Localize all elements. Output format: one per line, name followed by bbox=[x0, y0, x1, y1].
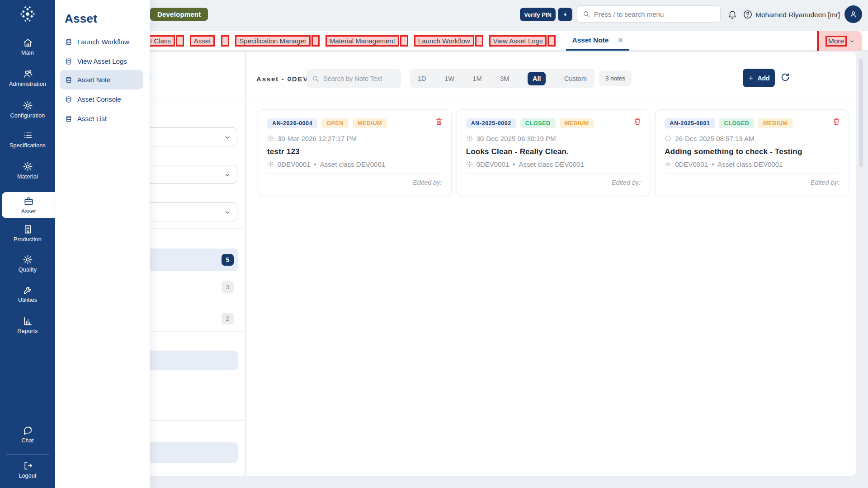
tab-label[interactable]: Launch Workflow bbox=[414, 35, 474, 47]
help-icon[interactable] bbox=[743, 9, 753, 19]
note-search[interactable] bbox=[307, 69, 401, 88]
delete-note-button[interactable] bbox=[633, 117, 642, 126]
filter-1d[interactable]: 1D bbox=[418, 75, 426, 82]
delete-note-button[interactable] bbox=[435, 117, 443, 126]
gear-icon bbox=[23, 161, 33, 172]
edited-by-label: Edited by: bbox=[267, 179, 442, 186]
notifications-bell-icon[interactable] bbox=[727, 9, 737, 19]
sidebar-item-specifications[interactable]: Specifications bbox=[0, 130, 55, 149]
global-search[interactable] bbox=[577, 5, 721, 23]
menu-item-label: Asset Note bbox=[77, 76, 110, 84]
refresh-button[interactable] bbox=[780, 72, 792, 84]
global-search-input[interactable] bbox=[594, 10, 715, 18]
menu-item-launch-workflow[interactable]: Launch Workflow bbox=[60, 32, 143, 52]
tab-close-button[interactable] bbox=[311, 35, 320, 47]
main-sidebar: Main Administration Configuration Specif… bbox=[0, 0, 55, 488]
sidebar-item-administration[interactable]: Administration bbox=[0, 69, 55, 87]
tab-close-button[interactable] bbox=[547, 35, 556, 47]
tab-view-asset-logs[interactable]: View Asset Logs bbox=[489, 35, 556, 47]
filter-custom[interactable]: Custom bbox=[564, 75, 587, 82]
menu-item-asset-note[interactable]: Asset Note bbox=[60, 70, 143, 89]
status-badge: CLOSED bbox=[520, 118, 556, 128]
menu-item-asset-list[interactable]: Asset List bbox=[60, 109, 143, 128]
sidebar-divider bbox=[6, 455, 49, 455]
bullet-separator: • bbox=[513, 160, 515, 168]
home-icon bbox=[23, 38, 33, 48]
bar-chart-icon bbox=[23, 316, 33, 326]
more-tabs-dropdown[interactable]: More bbox=[817, 31, 862, 51]
sidebar-item-asset[interactable]: Asset bbox=[2, 192, 55, 218]
asset-class: Asset class DEV0001 bbox=[519, 160, 584, 168]
sidebar-item-configuration[interactable]: Configuration bbox=[0, 100, 55, 119]
sidebar-item-logout[interactable]: Logout bbox=[0, 460, 55, 479]
sidebar-item-quality[interactable]: Quality bbox=[0, 254, 55, 273]
sidebar-item-material[interactable]: Material bbox=[0, 161, 55, 180]
menu-item-asset-console[interactable]: Asset Console bbox=[60, 89, 143, 109]
menu-item-label: Asset List bbox=[77, 115, 107, 122]
app-logo[interactable] bbox=[0, 4, 55, 24]
edited-by-label: Edited by: bbox=[665, 179, 840, 186]
user-name[interactable]: Mohamed Riyanudeen [mr] bbox=[755, 11, 840, 19]
notes-count-badge: 3 notes bbox=[599, 70, 632, 86]
filter-1w[interactable]: 1W bbox=[444, 75, 454, 82]
sidebar-item-label: Administration bbox=[9, 81, 46, 87]
badge-row: AN-2026-0004 OPEN MEDIUM bbox=[267, 118, 442, 128]
scrollbar-thumb[interactable] bbox=[859, 59, 863, 167]
verify-pin-button[interactable]: Verify PIN bbox=[520, 8, 556, 21]
clock-icon bbox=[665, 135, 671, 142]
environment-badge: Development bbox=[150, 8, 208, 21]
timestamp-row: 30-Mar-2026 12:27:17 PM bbox=[267, 135, 442, 142]
panel-divider bbox=[245, 52, 246, 476]
open-tabs-bar: t Class Asset Specification Manager Mate… bbox=[55, 31, 868, 51]
person-icon bbox=[849, 10, 858, 19]
sidebar-item-chat[interactable]: Chat bbox=[0, 425, 55, 444]
asset-flyout-menu: Asset Launch Workflow View Asset Logs As… bbox=[55, 0, 150, 488]
sidebar-item-label: Production bbox=[14, 236, 42, 243]
filter-1m[interactable]: 1M bbox=[472, 75, 481, 82]
tab-launch-workflow[interactable]: Launch Workflow bbox=[414, 35, 483, 47]
menu-item-label: View Asset Logs bbox=[77, 57, 127, 65]
vertical-scrollbar[interactable] bbox=[858, 52, 864, 476]
tab-specification-manager[interactable]: Specification Manager bbox=[235, 35, 319, 47]
tab-label[interactable]: Asset bbox=[190, 35, 215, 47]
note-title: testr 123 bbox=[267, 147, 442, 156]
tab-label[interactable]: View Asset Logs bbox=[489, 35, 547, 47]
gear-icon bbox=[665, 161, 671, 168]
card-divider bbox=[466, 174, 641, 174]
briefcase-icon bbox=[24, 196, 34, 206]
database-icon bbox=[65, 76, 72, 84]
note-search-input[interactable] bbox=[323, 75, 408, 82]
clock-icon bbox=[267, 135, 274, 142]
tab-asset-note-active[interactable]: Asset Note bbox=[566, 31, 629, 51]
database-icon bbox=[65, 96, 72, 103]
time-filter-group: 1D 1W 1M 3M All Custom bbox=[410, 69, 594, 88]
tab-label[interactable]: Material Management bbox=[326, 35, 399, 47]
note-id-badge: AN-2026-0004 bbox=[267, 118, 317, 128]
sidebar-item-utilities[interactable]: Utilities bbox=[0, 285, 55, 303]
count-badge: 3 bbox=[222, 281, 234, 293]
database-icon bbox=[65, 58, 72, 65]
filter-3m[interactable]: 3M bbox=[500, 75, 509, 82]
tab-label[interactable]: Specification Manager bbox=[235, 35, 310, 47]
toolbar-divider bbox=[61, 98, 856, 98]
tab-close-button[interactable] bbox=[176, 35, 184, 47]
close-icon[interactable] bbox=[618, 37, 623, 43]
tab-material-management[interactable]: Material Management bbox=[326, 35, 408, 47]
sidebar-item-reports[interactable]: Reports bbox=[0, 316, 55, 334]
quick-action-button[interactable] bbox=[558, 8, 572, 21]
add-note-button[interactable]: Add bbox=[743, 69, 775, 87]
tab-close-button[interactable] bbox=[400, 35, 408, 47]
asset-code: 0DEV0001 bbox=[278, 160, 311, 168]
sidebar-item-main[interactable]: Main bbox=[0, 38, 55, 56]
status-badge: CLOSED bbox=[719, 118, 755, 128]
avatar[interactable] bbox=[844, 5, 862, 23]
sidebar-item-production[interactable]: Production bbox=[0, 224, 55, 243]
tab-close-button[interactable] bbox=[221, 35, 229, 47]
tab-close-button[interactable] bbox=[475, 35, 483, 47]
delete-note-button[interactable] bbox=[832, 117, 840, 126]
note-timestamp: 26-Dec-2025 08:57:13 AM bbox=[675, 135, 754, 142]
card-divider bbox=[665, 174, 840, 174]
tab-asset[interactable]: Asset bbox=[190, 35, 230, 47]
filter-all[interactable]: All bbox=[528, 72, 546, 85]
menu-item-view-asset-logs[interactable]: View Asset Logs bbox=[60, 52, 143, 71]
